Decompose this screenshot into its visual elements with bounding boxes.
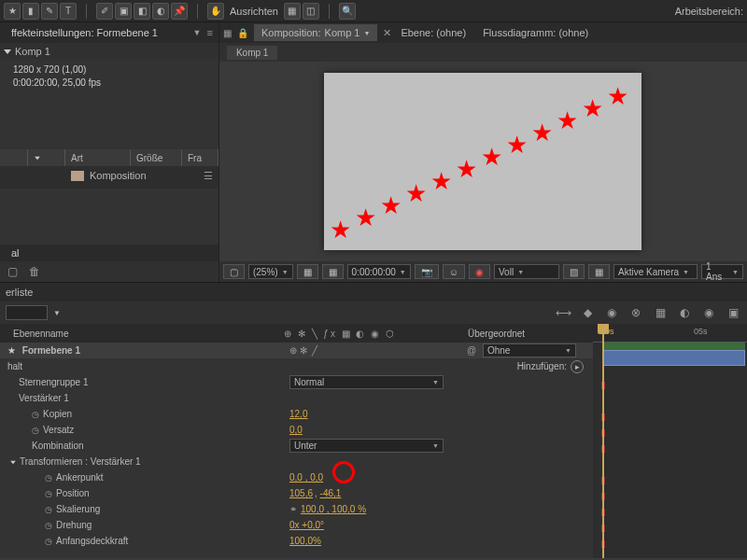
flowchart-tab[interactable]: Flussdiagramm: (ohne)	[475, 24, 596, 41]
project-panel: ffekteinstellungen: Formebene 1 ▼ ≡ Komp…	[0, 22, 219, 282]
col-layername[interactable]: Ebenenname	[0, 329, 280, 339]
item-type: Komposition	[90, 170, 147, 181]
tool-search-icon[interactable]: 🔍	[339, 3, 356, 20]
shy-icon[interactable]: ⟷	[555, 304, 571, 321]
playhead[interactable]	[602, 324, 604, 558]
show-snapshot-icon[interactable]: ☺	[443, 264, 465, 279]
aa-icon[interactable]: ◉	[700, 304, 717, 321]
expand-icon[interactable]	[4, 49, 11, 54]
always-preview-icon[interactable]: ▢	[223, 264, 245, 279]
timeline-track-area[interactable]: 00s 05s	[593, 324, 747, 558]
comp-subtab[interactable]: Komp 1	[227, 46, 277, 60]
channel-icon[interactable]: ◉	[469, 264, 490, 279]
star-group[interactable]: Sternengruppe 1	[19, 377, 89, 387]
col-parent[interactable]: Übergeordnet	[462, 329, 593, 339]
timeline-panel: erliste ▼ ⟷ ◆ ◉ ⊗ ▦ ◐ ◉ ▣ Ebenenname ⊕ ✻…	[0, 282, 747, 558]
timeline-tab[interactable]: erliste	[6, 287, 33, 298]
layer-switches[interactable]: ⊕ ✻ ╱	[289, 345, 317, 356]
parent-dropdown[interactable]: Ohne	[483, 343, 576, 357]
timeline-ruler[interactable]: 00s 05s	[593, 324, 747, 343]
scale-value[interactable]: 100,0 , 100,0 %	[301, 504, 366, 514]
tool-stamp-icon[interactable]: ▣	[115, 3, 132, 20]
draft-icon[interactable]: ◐	[676, 304, 693, 321]
resolution-icon[interactable]: ▦	[297, 264, 318, 279]
scale-label: Skalierung	[56, 504, 100, 514]
stopwatch-icon[interactable]: ◷	[32, 410, 39, 419]
zoom-dropdown[interactable]: (25%)	[248, 264, 293, 279]
star-icon: ★	[7, 345, 16, 356]
tool-roto-icon[interactable]: ◐	[152, 3, 169, 20]
item-swatch-icon	[71, 171, 84, 181]
flowchart-icon[interactable]: ☰	[204, 170, 213, 182]
tool-snap2-icon[interactable]: ◫	[303, 3, 319, 20]
channel-dropdown[interactable]: Voll	[494, 264, 559, 279]
layer-tab[interactable]: Ebene: (ohne)	[393, 24, 473, 41]
tool-star-icon[interactable]: ★	[4, 3, 21, 20]
close-tab-icon[interactable]: ✕	[383, 27, 391, 39]
timeline-search-input[interactable]	[6, 305, 48, 320]
comp-dimensions: 1280 x 720 (1,00)	[13, 63, 205, 77]
project-item-row[interactable]: Komposition ☰	[0, 166, 218, 185]
camera-dropdown[interactable]: Aktive Kamera	[613, 264, 698, 279]
timecode-display[interactable]: 0:00:00:00	[347, 264, 411, 279]
tool-brush-icon[interactable]: ✐	[96, 3, 113, 20]
tool-snap1-icon[interactable]: ▦	[284, 3, 301, 20]
tool-bulb-icon[interactable]: ▮	[22, 3, 39, 20]
repeater-label[interactable]: Verstärker 1	[19, 393, 69, 403]
graph-icon[interactable]: ▦	[652, 304, 669, 321]
tool-text-icon[interactable]: T	[60, 3, 77, 20]
stopwatch-icon[interactable]: ◷	[45, 521, 52, 530]
combo-dropdown[interactable]: Unter	[289, 439, 444, 453]
transparency-icon[interactable]: ▦	[588, 264, 610, 279]
link-icon[interactable]: ⚭	[289, 504, 297, 514]
timeline-properties: Ebenenname ⊕ ✻ ╲ ƒx ▦ ◐ ◉ ⬡ Übergeordnet…	[0, 324, 593, 558]
new-bin-icon[interactable]: ▢	[7, 265, 18, 278]
copies-value[interactable]: 12,0	[289, 409, 307, 419]
rotation-value[interactable]: 0x +0,0°	[289, 520, 324, 530]
col-type[interactable]: Art	[65, 149, 131, 166]
stopwatch-icon[interactable]: ◷	[45, 537, 52, 546]
brain-icon[interactable]: ⊗	[627, 304, 644, 321]
comp-name: Komp 1	[15, 46, 50, 57]
main-toolbar: ★ ▮ ✎ T ✐ ▣ ◧ ◐ 📌 ✋ Ausrichten ▦ ◫ 🔍 Arb…	[0, 0, 747, 22]
composition-viewer[interactable]: ★ ★ ★ ★ ★ ★ ★ ★ ★ ★ ★ ★	[219, 62, 747, 261]
stopwatch-icon[interactable]: ◷	[45, 473, 52, 483]
col-size[interactable]: Größe	[131, 149, 182, 166]
trash-icon[interactable]: 🗑	[29, 265, 40, 278]
stopwatch-icon[interactable]: ◷	[45, 489, 52, 498]
work-area-bar[interactable]	[602, 343, 745, 350]
position-x-value[interactable]: 105,6	[289, 488, 313, 498]
blendmode-dropdown[interactable]: Normal	[289, 375, 444, 389]
layer-bar[interactable]	[602, 350, 745, 366]
col-fra[interactable]: Fra	[182, 149, 218, 166]
composition-canvas: ★ ★ ★ ★ ★ ★ ★ ★ ★ ★ ★ ★	[324, 73, 641, 250]
expr-icon[interactable]: ▣	[725, 304, 741, 321]
tool-hand-icon[interactable]: ✋	[207, 3, 224, 20]
composition-tab[interactable]: Komposition: Komp 1 ▼	[254, 24, 377, 41]
tool-pin-icon[interactable]: 📌	[171, 3, 188, 20]
offset-value[interactable]: 0,0	[289, 425, 303, 435]
al-tab[interactable]: al	[6, 245, 25, 261]
comp-duration: 0:00:20:00, 25,00 fps	[13, 77, 205, 90]
stopwatch-icon[interactable]: ◷	[32, 426, 39, 435]
opacity-value[interactable]: 100,0%	[289, 536, 321, 546]
stopwatch-icon[interactable]: ◷	[45, 505, 52, 514]
contents-label: halt	[7, 361, 22, 371]
tool-eraser-icon[interactable]: ◧	[134, 3, 150, 20]
region-icon[interactable]: ▨	[563, 264, 585, 279]
effect-settings-tab[interactable]: ffekteinstellungen: Formebene 1	[6, 24, 163, 41]
motion-blur-icon[interactable]: ◉	[603, 304, 620, 321]
pickwhip-icon[interactable]: @	[467, 345, 476, 356]
composition-panel: ▦ 🔒 Komposition: Komp 1 ▼ ✕ Ebene: (ohne…	[219, 22, 747, 282]
layer-name[interactable]: Formebene 1	[22, 345, 80, 356]
grid-icon[interactable]: ▦	[322, 264, 344, 279]
position-y-value[interactable]: -46,1	[320, 488, 342, 498]
transform-label[interactable]: Transformieren : Verstärker 1	[20, 456, 141, 467]
frame-blend-icon[interactable]: ◆	[579, 304, 596, 321]
snapshot-icon[interactable]: 📷	[415, 264, 439, 279]
offset-label: Versatz	[43, 425, 74, 435]
anchor-value[interactable]: 0,0 , 0,0	[289, 472, 323, 483]
tool-pen-icon[interactable]: ✎	[41, 3, 58, 20]
add-button[interactable]: ▸	[571, 360, 584, 373]
views-dropdown[interactable]: 1 Ans	[701, 264, 743, 279]
